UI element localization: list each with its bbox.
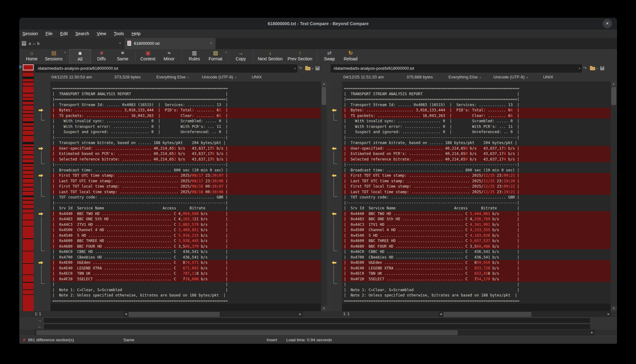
diff-section-arrow-right[interactable] <box>39 147 43 150</box>
right-file-content[interactable]: ========================================… <box>342 82 610 311</box>
chevron-down-icon[interactable]: ▾ <box>312 67 313 70</box>
file-line[interactable]: | TS packets: ................... 16,043… <box>342 113 610 119</box>
file-line[interactable]: | 0x4600 BBC THREE HD ..................… <box>50 238 321 244</box>
menu-tools[interactable]: Tools <box>111 30 127 38</box>
file-line[interactable]: | 0x4EC0 TBN UK ........................… <box>50 271 321 277</box>
file-line[interactable]: | 0x4500 Channel 4 HD ..................… <box>50 227 321 233</box>
file-line[interactable]: | TRANSPORT STREAM ANALYSIS REPORT | <box>342 91 610 97</box>
file-line[interactable]: | Transport stream bitrate, based on ...… <box>50 140 321 146</box>
chevron-down-icon[interactable]: ▾ <box>579 65 580 72</box>
file-line[interactable]: | Note 2: Unless specified otherwise, bi… <box>342 293 610 298</box>
file-line[interactable]: | Estimated based on PCR's: ............… <box>50 151 321 157</box>
file-line[interactable]: |=======================================… <box>50 97 321 102</box>
format-button[interactable]: ▧ Format ▾ <box>205 49 226 63</box>
window-close-button[interactable]: × <box>603 19 612 28</box>
scroll-right-icon[interactable]: ▶ <box>606 312 611 316</box>
file-line[interactable]: | Transport stream bitrate, based on ...… <box>342 140 610 146</box>
file-line[interactable]: | Last TDT UTC time stamp: .............… <box>50 179 321 184</box>
chevron-down-icon[interactable]: ▾ <box>225 51 227 54</box>
file-line[interactable]: | 0x4440 BBC TWO HD ....................… <box>342 211 610 217</box>
browse-back-icon[interactable]: ↷ <box>583 66 587 71</box>
file-line[interactable]: | 0x4483 BBC ONE Sth HD ................… <box>50 217 321 222</box>
file-line[interactable]: | Selected reference bitrate: ..........… <box>342 157 610 162</box>
scroll-down-icon[interactable]: ▼ <box>611 306 617 311</box>
file-line[interactable]: | 0x4700 CBeebies HD ...................… <box>342 255 610 260</box>
file-line[interactable]: | 0x46C0 CBBC HD .......................… <box>342 249 610 255</box>
left-file-content[interactable]: ========================================… <box>50 82 321 311</box>
file-line[interactable]: ========================================… <box>50 298 321 304</box>
file-line[interactable]: | 0x46C0 CBBC HD .......................… <box>50 249 321 255</box>
file-line[interactable]: |---------------------------------------… <box>50 135 321 141</box>
left-hscroll-thumb[interactable] <box>129 312 220 317</box>
same-filter-button[interactable]: = Same <box>112 49 133 63</box>
file-line[interactable]: | 0x4EC0 TBN UK ........................… <box>342 271 610 277</box>
title-bar[interactable]: 618000000.txt - Text Compare - Beyond Co… <box>19 18 617 30</box>
file-line[interactable]: | TS packets: ................... 16,043… <box>50 113 321 119</box>
file-line[interactable]: | 0x4E00 U&Eden ........................… <box>50 260 321 266</box>
file-line[interactable]: | 0x4E40 LEGEND XTRA ...................… <box>342 266 610 271</box>
menu-edit[interactable]: Edit <box>57 30 71 38</box>
file-line[interactable]: | 0x44C3 ITV1 HD .......................… <box>50 222 321 228</box>
file-line[interactable]: | With invalid sync: ...................… <box>342 119 610 124</box>
file-line[interactable]: | With invalid sync: ...................… <box>50 119 321 124</box>
file-line[interactable]: | Srv Id Service Name Access Bitrate | <box>342 206 610 211</box>
file-line[interactable]: | 0x4F20 5SELECT .......................… <box>50 277 321 282</box>
left-path-input[interactable]: /data/media/ts-analysis-post/a/618000000… <box>35 64 297 72</box>
menu-search[interactable]: Search <box>72 30 92 38</box>
file-line[interactable]: | User-specified: ......................… <box>50 146 321 152</box>
file-line[interactable]: | Suspect and ignored: .................… <box>342 129 610 135</box>
browse-back-icon[interactable]: ↷ <box>298 66 302 71</box>
file-line[interactable]: | 0x4540 5 HD ..........................… <box>50 233 321 239</box>
scroll-up-icon[interactable]: ▲ <box>321 82 327 86</box>
file-line[interactable]: | With transport error: ................… <box>50 124 321 130</box>
right-horizontal-scrollbar[interactable]: ◀ ▶ <box>438 311 611 317</box>
file-line[interactable]: | Bytes: ..................... 3,016,133… <box>342 108 610 113</box>
tab-close-icon[interactable]: × <box>210 38 212 49</box>
context-button[interactable]: ▣ Context <box>137 49 159 63</box>
right-path-input[interactable]: /data/media/ts-analysis-post/b/618000000… <box>331 64 582 72</box>
file-line[interactable]: | Note 1: C=Clear, S=Scrambled | <box>50 287 321 293</box>
scroll-down-icon[interactable]: ▼ <box>321 306 327 311</box>
bottom-scroll-thumb[interactable] <box>36 330 458 335</box>
diff-map-thumbnail[interactable] <box>22 64 34 329</box>
save-icon[interactable] <box>316 66 320 70</box>
diffs-filter-button[interactable]: ≠ Diffs <box>91 49 112 63</box>
file-line[interactable]: | First TDT UTC time stamp: ............… <box>50 173 321 179</box>
file-line[interactable]: | 0x4F20 5SELECT .......................… <box>342 277 610 282</box>
file-line[interactable]: | Transport Stream Id: ...... 0x4083 (16… <box>50 102 321 108</box>
diff-section-arrow-right[interactable] <box>39 109 43 112</box>
bottom-horizontal-scrollbar[interactable]: ▶ <box>19 329 617 336</box>
prev-section-button[interactable]: ↑ Prev Section <box>285 49 315 63</box>
diff-section-arrow-left[interactable] <box>332 109 336 112</box>
file-line[interactable]: |---------------------------------------… <box>50 162 321 168</box>
file-line[interactable]: | Last TOT local time stamp: ...........… <box>50 189 321 195</box>
file-line[interactable]: | 0x4E00 U&Eden ........................… <box>342 260 610 266</box>
next-section-button[interactable]: ↓ Next Section <box>255 49 285 63</box>
left-scroll-thumb[interactable] <box>322 87 326 105</box>
copy-to-right-icon[interactable]: → <box>37 317 42 323</box>
right-format-select[interactable]: Everything Else▾ <box>449 73 481 82</box>
diff-section-arrow-left[interactable] <box>332 212 336 216</box>
folder-icon[interactable] <box>305 67 311 70</box>
chevron-down-icon[interactable]: ▾ <box>64 51 66 54</box>
home-button[interactable]: ⌂ Home <box>21 49 42 63</box>
file-line[interactable]: | Note 2: Unless specified otherwise, bi… <box>50 293 321 298</box>
right-encoding-select[interactable]: Unicode (UTF-8)▾ <box>493 73 528 82</box>
file-line[interactable]: | 0x4483 BBC ONE Sth HD ................… <box>342 217 610 222</box>
menu-session[interactable]: Session <box>19 30 41 38</box>
save-icon[interactable] <box>600 66 604 70</box>
tab-text-compare[interactable]: 618000000.txt × <box>125 38 216 49</box>
diff-section-arrow-right[interactable] <box>39 261 43 264</box>
file-line[interactable]: | User-specified: ......................… <box>342 146 610 152</box>
file-line[interactable]: | With transport error: ................… <box>342 124 610 130</box>
right-scroll-thumb[interactable] <box>611 87 616 105</box>
file-line[interactable]: |---------------------------------------… <box>342 200 610 206</box>
file-line[interactable]: | TOT country code: ....................… <box>50 195 321 200</box>
file-line[interactable]: ========================================… <box>342 298 610 304</box>
scroll-right-icon[interactable]: ▶ <box>298 312 302 316</box>
file-line[interactable]: | Note 1: C=Clear, S=Scrambled | <box>342 287 610 293</box>
file-line[interactable]: | Transport Stream Id: ...... 0x4083 (16… <box>342 102 610 108</box>
file-line[interactable]: | Broadcast time: ......................… <box>342 168 610 173</box>
file-line[interactable]: | Srv Id Service Name Access Bitrate | <box>50 206 321 211</box>
scroll-left-icon[interactable]: ◀ <box>124 312 128 316</box>
